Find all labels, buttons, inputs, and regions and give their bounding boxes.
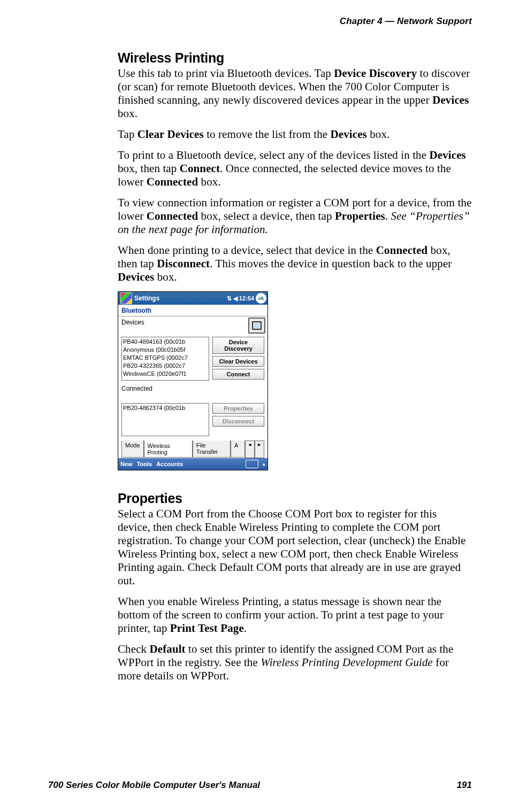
tab-scroll-right-icon[interactable]: ▸ <box>255 441 264 458</box>
devices-listbox[interactable]: PB40-4894163 (00c01b Anonymous (00c01b05… <box>121 337 209 381</box>
text: box, select a device, then tap <box>198 210 335 222</box>
bold-term: Clear Devices <box>137 128 204 141</box>
text: Use this tab to print via Bluetooth devi… <box>118 67 334 80</box>
running-header: Chapter 4 — Network Support <box>48 16 472 27</box>
ok-button[interactable]: ok <box>256 293 266 304</box>
disconnect-button[interactable]: Disconnect <box>212 416 264 427</box>
body-paragraph: When you enable Wireless Printing, a sta… <box>118 595 472 635</box>
list-item[interactable]: Anonymous (00c01b05f <box>123 346 208 354</box>
menu-bar: New Tools Accounts ▴ <box>118 458 267 470</box>
text: . <box>385 210 391 222</box>
tab-wireless-printing[interactable]: Wireless Printing <box>144 440 193 458</box>
tab-more[interactable]: A <box>231 440 245 458</box>
tab-file-transfer[interactable]: File Transfer <box>193 440 231 458</box>
menu-new[interactable]: New <box>120 461 133 467</box>
text: box. <box>118 107 137 120</box>
footer-manual-title: 700 Series Color Mobile Computer User's … <box>48 780 260 791</box>
body-paragraph: To view connection information or regist… <box>118 196 472 236</box>
screens-icon[interactable] <box>248 318 265 334</box>
clock[interactable]: 12:54 <box>239 295 254 302</box>
body-paragraph: Use this tab to print via Bluetooth devi… <box>118 67 472 120</box>
bold-term: Connect <box>180 162 220 175</box>
section-heading-properties: Properties <box>118 491 472 506</box>
italic-reference: Wireless Printing Development Guide <box>261 656 433 669</box>
window-title: Settings <box>134 295 227 302</box>
tray-icons: ⇅ ◀ 12:54 <box>227 295 254 302</box>
bold-term: Device Discovery <box>334 67 417 80</box>
text: box, then tap <box>118 162 180 175</box>
body-paragraph: Tap Clear Devices to remove the list fro… <box>118 128 472 141</box>
footer-page-number: 191 <box>457 780 472 791</box>
screen-heading: Bluetooth <box>118 305 267 316</box>
bold-term: Devices <box>331 128 367 141</box>
text: box. <box>367 128 390 141</box>
bold-term: Print Test Page <box>170 622 244 635</box>
button-label: Discovery <box>214 345 263 352</box>
sip-keyboard-icon[interactable] <box>246 460 258 468</box>
bold-term: Disconnect <box>157 257 210 270</box>
section-heading-wireless-printing: Wireless Printing <box>118 50 472 66</box>
text: . <box>244 622 247 635</box>
menu-accounts[interactable]: Accounts <box>156 461 183 467</box>
bold-term: Connected <box>147 210 198 222</box>
text: Tap <box>118 128 137 141</box>
list-item[interactable]: PB40-4894163 (00c01b <box>123 338 208 346</box>
bold-term: Properties <box>335 210 385 222</box>
connected-label: Connected <box>121 385 264 392</box>
bold-term: Default <box>150 643 186 655</box>
bold-term: Devices <box>430 149 466 161</box>
sip-arrow-icon[interactable]: ▴ <box>263 461 265 467</box>
button-label: Device <box>214 339 263 345</box>
body-paragraph: Select a COM Port from the Choose COM Po… <box>118 507 472 587</box>
text: to remove the list from the <box>204 128 331 141</box>
embedded-screenshot: Settings ⇅ ◀ 12:54 ok Bluetooth Devices … <box>118 291 268 470</box>
text: box. <box>198 175 221 188</box>
body-paragraph: To print to a Bluetooth device, select a… <box>118 149 472 189</box>
connect-button[interactable]: Connect <box>212 369 264 380</box>
devices-label: Devices <box>121 319 264 326</box>
body-paragraph: Check Default to set this printer to ide… <box>118 643 472 683</box>
text: When done printing to a device, select t… <box>118 244 376 257</box>
device-discovery-button[interactable]: Device Discovery <box>212 337 264 354</box>
text: box. <box>154 270 177 283</box>
bold-term: Devices <box>118 270 154 283</box>
text: To print to a Bluetooth device, select a… <box>118 149 430 161</box>
list-item[interactable]: PB20-4322365 (0002c7 <box>123 362 208 370</box>
title-bar: Settings ⇅ ◀ 12:54 ok <box>118 292 267 305</box>
properties-button[interactable]: Properties <box>212 403 264 414</box>
clear-devices-button[interactable]: Clear Devices <box>212 356 264 367</box>
tab-mode[interactable]: Mode <box>121 440 144 458</box>
speaker-icon[interactable]: ◀ <box>233 295 238 302</box>
bold-term: Connected <box>147 175 198 188</box>
list-item[interactable]: EMTAC BTGPS (0002c7 <box>123 354 208 362</box>
tab-scroll-left-icon[interactable]: ◂ <box>245 441 255 458</box>
list-item[interactable]: PB20-4862374 (00c01b <box>123 404 208 412</box>
connectivity-icon[interactable]: ⇅ <box>227 295 232 302</box>
text: Check <box>118 643 150 655</box>
tab-bar: Mode Wireless Printing File Transfer A ◂… <box>121 440 264 458</box>
body-paragraph: When done printing to a device, select t… <box>118 244 472 284</box>
text: When you enable Wireless Printing, a sta… <box>118 595 443 635</box>
list-item[interactable]: WindowsCE (0020e07f1 <box>123 370 208 378</box>
menu-tools[interactable]: Tools <box>137 461 152 467</box>
text: . This moves the device in question back… <box>210 257 452 270</box>
connected-listbox[interactable]: PB20-4862374 (00c01b <box>121 403 209 436</box>
start-flag-icon[interactable] <box>120 292 132 304</box>
bold-term: Connected <box>376 244 428 257</box>
bold-term: Devices <box>432 94 469 106</box>
